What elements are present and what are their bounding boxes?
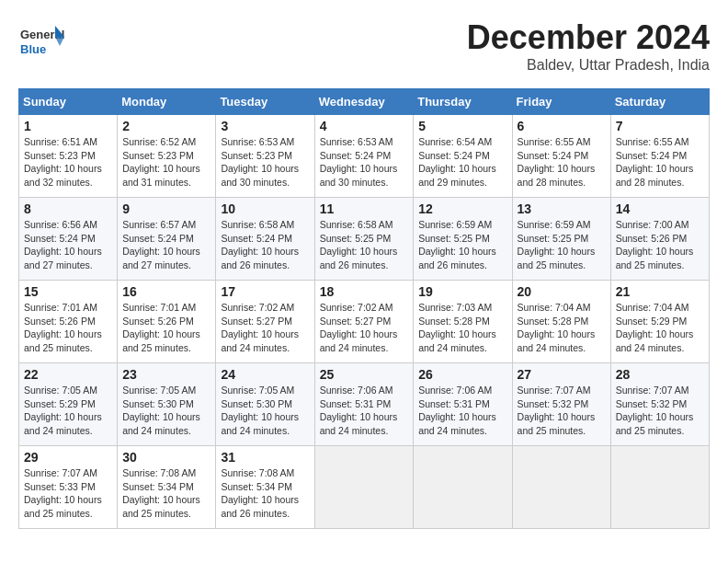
day-info: Sunrise: 7:02 AM Sunset: 5:27 PM Dayligh… <box>221 301 309 355</box>
day-cell: 24 Sunrise: 7:05 AM Sunset: 5:30 PM Dayl… <box>216 363 314 446</box>
day-cell: 29 Sunrise: 7:07 AM Sunset: 5:33 PM Dayl… <box>19 446 118 529</box>
day-info: Sunrise: 6:54 AM Sunset: 5:24 PM Dayligh… <box>418 135 506 190</box>
day-info: Sunrise: 7:07 AM Sunset: 5:32 PM Dayligh… <box>616 384 704 438</box>
day-number: 17 <box>221 284 309 299</box>
day-info: Sunrise: 6:56 AM Sunset: 5:24 PM Dayligh… <box>24 218 112 272</box>
day-info: Sunrise: 6:55 AM Sunset: 5:24 PM Dayligh… <box>518 135 606 190</box>
weekday-tuesday: Tuesday <box>216 89 314 115</box>
day-info: Sunrise: 7:07 AM Sunset: 5:32 PM Dayligh… <box>518 384 606 438</box>
day-number: 4 <box>320 119 409 133</box>
logo-icon: General Blue <box>18 18 64 64</box>
day-cell: 3 Sunrise: 6:53 AM Sunset: 5:23 PM Dayli… <box>216 115 314 198</box>
week-row-2: 8 Sunrise: 6:56 AM Sunset: 5:24 PM Dayli… <box>19 198 710 281</box>
day-info: Sunrise: 7:02 AM Sunset: 5:27 PM Dayligh… <box>320 301 409 355</box>
day-cell: 15 Sunrise: 7:01 AM Sunset: 5:26 PM Dayl… <box>19 281 118 363</box>
logo: General Blue <box>18 18 64 68</box>
day-info: Sunrise: 6:58 AM Sunset: 5:25 PM Dayligh… <box>320 218 409 272</box>
day-cell: 20 Sunrise: 7:04 AM Sunset: 5:28 PM Dayl… <box>512 281 610 363</box>
day-cell: 13 Sunrise: 6:59 AM Sunset: 5:25 PM Dayl… <box>512 198 610 281</box>
day-cell: 16 Sunrise: 7:01 AM Sunset: 5:26 PM Dayl… <box>118 281 216 363</box>
day-cell: 19 Sunrise: 7:03 AM Sunset: 5:28 PM Dayl… <box>414 281 512 363</box>
week-row-4: 22 Sunrise: 7:05 AM Sunset: 5:29 PM Dayl… <box>19 363 710 446</box>
day-cell: 14 Sunrise: 7:00 AM Sunset: 5:26 PM Dayl… <box>610 198 709 281</box>
day-number: 11 <box>320 201 409 216</box>
day-number: 19 <box>418 284 506 299</box>
day-cell: 27 Sunrise: 7:07 AM Sunset: 5:32 PM Dayl… <box>512 363 610 446</box>
day-info: Sunrise: 7:01 AM Sunset: 5:26 PM Dayligh… <box>122 301 210 355</box>
day-cell: 5 Sunrise: 6:54 AM Sunset: 5:24 PM Dayli… <box>414 115 512 198</box>
day-cell <box>512 446 610 529</box>
week-row-5: 29 Sunrise: 7:07 AM Sunset: 5:33 PM Dayl… <box>19 446 710 529</box>
day-cell: 17 Sunrise: 7:02 AM Sunset: 5:27 PM Dayl… <box>216 281 314 363</box>
day-info: Sunrise: 6:53 AM Sunset: 5:23 PM Dayligh… <box>221 135 309 190</box>
day-number: 23 <box>122 367 210 382</box>
day-info: Sunrise: 7:08 AM Sunset: 5:34 PM Dayligh… <box>122 466 210 521</box>
day-info: Sunrise: 7:05 AM Sunset: 5:30 PM Dayligh… <box>122 384 210 438</box>
weekday-sunday: Sunday <box>19 89 118 115</box>
day-cell: 6 Sunrise: 6:55 AM Sunset: 5:24 PM Dayli… <box>512 115 610 198</box>
day-number: 28 <box>616 367 704 382</box>
day-info: Sunrise: 7:08 AM Sunset: 5:34 PM Dayligh… <box>221 466 309 521</box>
day-cell: 12 Sunrise: 6:59 AM Sunset: 5:25 PM Dayl… <box>414 198 512 281</box>
day-cell: 9 Sunrise: 6:57 AM Sunset: 5:24 PM Dayli… <box>118 198 216 281</box>
day-cell: 31 Sunrise: 7:08 AM Sunset: 5:34 PM Dayl… <box>216 446 314 529</box>
svg-marker-3 <box>55 37 64 46</box>
day-number: 15 <box>24 284 112 299</box>
day-cell: 1 Sunrise: 6:51 AM Sunset: 5:23 PM Dayli… <box>19 115 118 198</box>
day-number: 5 <box>418 119 506 133</box>
day-info: Sunrise: 6:55 AM Sunset: 5:24 PM Dayligh… <box>616 135 704 190</box>
day-number: 13 <box>518 201 606 216</box>
day-cell: 18 Sunrise: 7:02 AM Sunset: 5:27 PM Dayl… <box>314 281 414 363</box>
day-number: 16 <box>122 284 210 299</box>
day-cell: 25 Sunrise: 7:06 AM Sunset: 5:31 PM Dayl… <box>314 363 414 446</box>
day-cell: 7 Sunrise: 6:55 AM Sunset: 5:24 PM Dayli… <box>610 115 709 198</box>
day-info: Sunrise: 7:06 AM Sunset: 5:31 PM Dayligh… <box>418 384 506 438</box>
day-cell <box>610 446 709 529</box>
day-number: 8 <box>24 201 112 216</box>
day-number: 29 <box>24 450 112 465</box>
day-info: Sunrise: 7:07 AM Sunset: 5:33 PM Dayligh… <box>24 466 112 521</box>
calendar-table: SundayMondayTuesdayWednesdayThursdayFrid… <box>18 88 710 529</box>
day-cell: 10 Sunrise: 6:58 AM Sunset: 5:24 PM Dayl… <box>216 198 314 281</box>
day-cell: 21 Sunrise: 7:04 AM Sunset: 5:29 PM Dayl… <box>610 281 709 363</box>
weekday-thursday: Thursday <box>414 89 512 115</box>
day-cell: 26 Sunrise: 7:06 AM Sunset: 5:31 PM Dayl… <box>414 363 512 446</box>
day-number: 6 <box>518 119 606 133</box>
day-info: Sunrise: 7:04 AM Sunset: 5:29 PM Dayligh… <box>616 301 704 355</box>
day-info: Sunrise: 6:53 AM Sunset: 5:24 PM Dayligh… <box>320 135 409 190</box>
day-info: Sunrise: 7:05 AM Sunset: 5:29 PM Dayligh… <box>24 384 112 438</box>
day-number: 22 <box>24 367 112 382</box>
svg-text:Blue: Blue <box>20 42 46 56</box>
day-cell: 30 Sunrise: 7:08 AM Sunset: 5:34 PM Dayl… <box>118 446 216 529</box>
weekday-monday: Monday <box>118 89 216 115</box>
day-number: 14 <box>616 201 704 216</box>
day-info: Sunrise: 6:52 AM Sunset: 5:23 PM Dayligh… <box>122 135 210 190</box>
day-number: 7 <box>616 119 704 133</box>
calendar-body: 1 Sunrise: 6:51 AM Sunset: 5:23 PM Dayli… <box>19 115 710 529</box>
day-cell: 4 Sunrise: 6:53 AM Sunset: 5:24 PM Dayli… <box>314 115 414 198</box>
title-area: December 2024 Baldev, Uttar Pradesh, Ind… <box>467 18 710 74</box>
day-cell: 2 Sunrise: 6:52 AM Sunset: 5:23 PM Dayli… <box>118 115 216 198</box>
day-info: Sunrise: 7:04 AM Sunset: 5:28 PM Dayligh… <box>518 301 606 355</box>
day-number: 24 <box>221 367 309 382</box>
month-title: December 2024 <box>467 18 710 57</box>
day-cell: 28 Sunrise: 7:07 AM Sunset: 5:32 PM Dayl… <box>610 363 709 446</box>
day-number: 9 <box>122 201 210 216</box>
day-cell <box>314 446 414 529</box>
day-number: 1 <box>24 119 112 133</box>
day-number: 21 <box>616 284 704 299</box>
day-info: Sunrise: 6:57 AM Sunset: 5:24 PM Dayligh… <box>122 218 210 272</box>
day-cell: 8 Sunrise: 6:56 AM Sunset: 5:24 PM Dayli… <box>19 198 118 281</box>
day-cell: 23 Sunrise: 7:05 AM Sunset: 5:30 PM Dayl… <box>118 363 216 446</box>
location-title: Baldev, Uttar Pradesh, India <box>467 57 710 74</box>
day-info: Sunrise: 7:01 AM Sunset: 5:26 PM Dayligh… <box>24 301 112 355</box>
day-info: Sunrise: 6:59 AM Sunset: 5:25 PM Dayligh… <box>518 218 606 272</box>
day-info: Sunrise: 7:00 AM Sunset: 5:26 PM Dayligh… <box>616 218 704 272</box>
weekday-friday: Friday <box>512 89 610 115</box>
day-number: 3 <box>221 119 309 133</box>
day-info: Sunrise: 6:58 AM Sunset: 5:24 PM Dayligh… <box>221 218 309 272</box>
header: General Blue December 2024 Baldev, Uttar… <box>18 18 710 74</box>
day-number: 18 <box>320 284 409 299</box>
day-number: 25 <box>320 367 409 382</box>
day-number: 20 <box>518 284 606 299</box>
